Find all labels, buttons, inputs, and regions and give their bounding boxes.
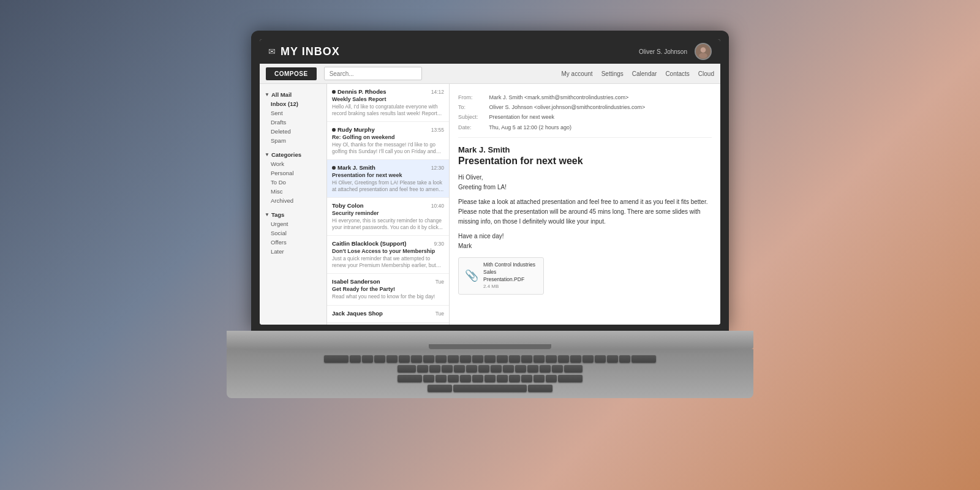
email-subject: Don't Lose Access to your Membership	[332, 248, 444, 254]
app-header: ✉ MY INBOX Oliver S. Johnson	[260, 39, 720, 64]
laptop-base	[227, 331, 753, 349]
email-preview: Read what you need to know for the big d…	[332, 293, 444, 300]
sidebar-item-sent[interactable]: Sent	[260, 108, 326, 118]
key	[491, 365, 502, 372]
key	[374, 355, 385, 363]
key	[521, 355, 532, 363]
email-sender: Mark J. Smith	[332, 164, 375, 171]
key	[472, 355, 483, 363]
key	[497, 375, 508, 382]
key	[454, 365, 465, 372]
email-time: Tue	[435, 279, 444, 285]
sidebar-item-urgent[interactable]: Urgent	[260, 219, 326, 228]
sidebar-item-inbox[interactable]: Inbox (12)	[260, 99, 326, 108]
key	[484, 375, 496, 382]
email-body: ▼ All Mail Inbox (12) Sent Drafts Delete…	[260, 84, 720, 325]
key	[324, 355, 349, 363]
email-item[interactable]: Toby Colon 10:40 Security reminder Hi ev…	[327, 198, 449, 236]
meta-from: From: Mark J. Smith <mark.smith@smithcon…	[458, 92, 712, 102]
sidebar-item-misc[interactable]: Misc	[260, 187, 326, 196]
categories-section-header[interactable]: ▼ Categories	[260, 149, 326, 159]
sidebar-item-offers[interactable]: Offers	[260, 238, 326, 247]
body-greeting: Hi Oliver,Greeting from LA!	[458, 173, 712, 192]
email-item[interactable]: Jack Jaques Shop Tue	[327, 306, 449, 323]
screen-content: ✉ MY INBOX Oliver S. Johnson	[260, 39, 720, 325]
key	[509, 375, 520, 382]
sidebar-item-social[interactable]: Social	[260, 228, 326, 238]
sidebar-item-spam[interactable]: Spam	[260, 136, 326, 145]
attachment-name: Mith Control Industries Sales Presentati…	[483, 262, 537, 284]
key	[435, 355, 447, 363]
email-preview: Hey Ol, thanks for the message! I'd like…	[332, 141, 444, 155]
email-item-header: Toby Colon 10:40	[332, 202, 444, 209]
key	[466, 365, 477, 372]
email-list: Dennis P. Rhodes 14:12 Weekly Sales Repo…	[327, 84, 450, 325]
key	[546, 375, 557, 382]
email-subject: Security reminder	[332, 210, 444, 216]
key	[398, 375, 422, 382]
email-item-header: Caitlin Blacklock (Support) 9:30	[332, 240, 444, 247]
keyboard-row-4	[428, 385, 552, 392]
email-time: 9:30	[434, 241, 444, 247]
sidebar-item-personal[interactable]: Personal	[260, 168, 326, 178]
sidebar-item-todo[interactable]: To Do	[260, 178, 326, 187]
key	[521, 375, 532, 382]
email-item[interactable]: Rudy Murphy 13:55 Re: Golfing on weekend…	[327, 122, 449, 160]
email-item-header: Isabel Sanderson Tue	[332, 278, 444, 285]
sidebar: ▼ All Mail Inbox (12) Sent Drafts Delete…	[260, 84, 327, 325]
meta-date: Date: Thu, Aug 5 at 12:00 (2 hours ago)	[458, 123, 712, 132]
subject-value: Presentation for next week	[489, 114, 555, 120]
key	[386, 355, 398, 363]
nav-settings[interactable]: Settings	[601, 70, 624, 77]
email-app: ✉ MY INBOX Oliver S. Johnson	[260, 39, 720, 325]
spacebar	[453, 385, 527, 392]
email-preview: Just a quick reminder that we attempted …	[332, 255, 444, 269]
key	[448, 375, 459, 382]
laptop-keyboard	[227, 349, 753, 398]
nav-cloud[interactable]: Cloud	[698, 70, 714, 77]
key	[411, 355, 422, 363]
unread-indicator	[332, 166, 336, 170]
tags-label: Tags	[271, 211, 284, 218]
key	[460, 375, 471, 382]
laptop-screen: ✉ MY INBOX Oliver S. Johnson	[251, 31, 729, 331]
nav-links: My account Settings Calendar Contacts Cl…	[562, 70, 714, 77]
key	[350, 355, 361, 363]
nav-calendar[interactable]: Calendar	[632, 70, 657, 77]
email-item[interactable]: Dennis P. Rhodes 14:12 Weekly Sales Repo…	[327, 84, 449, 122]
key	[509, 355, 520, 363]
email-subject: Get Ready for the Party!	[332, 286, 444, 292]
detail-sender-name: Mark J. Smith	[458, 145, 712, 154]
nav-my-account[interactable]: My account	[562, 70, 593, 77]
sidebar-item-later[interactable]: Later	[260, 247, 326, 256]
email-body-text: Hi Oliver,Greeting from LA! Please take …	[458, 173, 712, 251]
meta-subject: Subject: Presentation for next week	[458, 112, 712, 122]
date-value: Thu, Aug 5 at 12:00 (2 hours ago)	[489, 124, 571, 130]
nav-contacts[interactable]: Contacts	[665, 70, 689, 77]
header-left: ✉ MY INBOX	[268, 45, 340, 58]
all-mail-label: All Mail	[271, 91, 292, 98]
search-input[interactable]	[324, 67, 422, 80]
tags-section-header[interactable]: ▼ Tags	[260, 209, 326, 219]
email-attachment[interactable]: 📎 Mith Control Industries Sales Presenta…	[458, 257, 544, 295]
email-item[interactable]: Isabel Sanderson Tue Get Ready for the P…	[327, 274, 449, 305]
email-item[interactable]: Caitlin Blacklock (Support) 9:30 Don't L…	[327, 236, 449, 274]
email-sender: Jack Jaques Shop	[332, 310, 383, 317]
key	[362, 355, 373, 363]
sidebar-item-archived[interactable]: Archived	[260, 196, 326, 205]
sidebar-item-deleted[interactable]: Deleted	[260, 127, 326, 136]
key	[528, 385, 552, 392]
attachment-size: 2.4 MB	[483, 283, 537, 290]
key	[558, 355, 569, 363]
compose-button[interactable]: COMPOSE	[266, 67, 317, 80]
email-item[interactable]: Mark J. Smith 12:30 Presentation for nex…	[327, 160, 449, 198]
key	[582, 355, 594, 363]
key	[503, 365, 514, 372]
all-mail-section-header[interactable]: ▼ All Mail	[260, 89, 326, 99]
sidebar-item-work[interactable]: Work	[260, 159, 326, 168]
email-sender: Caitlin Blacklock (Support)	[332, 240, 406, 247]
sidebar-item-drafts[interactable]: Drafts	[260, 118, 326, 127]
email-sender: Toby Colon	[332, 202, 364, 209]
key	[497, 355, 508, 363]
svg-point-2	[699, 53, 707, 59]
